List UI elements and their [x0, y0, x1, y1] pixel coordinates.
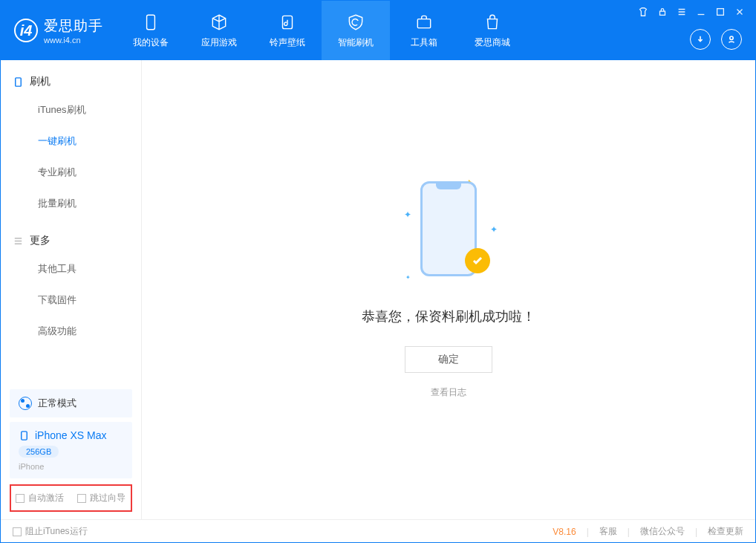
svg-rect-2	[417, 19, 430, 27]
phone-icon	[19, 430, 30, 441]
nav-my-device[interactable]: 我的设备	[117, 1, 185, 60]
app-logo: i4 爱思助手 www.i4.cn	[1, 1, 117, 60]
link-wechat[interactable]: 微信公众号	[640, 525, 685, 538]
nav-label: 我的设备	[133, 36, 169, 49]
sparkle-icon: ✦	[405, 274, 411, 281]
main-content: ✦ ✦ ✦ ✦ 恭喜您，保资料刷机成功啦！ 确定 查看日志	[142, 60, 755, 519]
checkbox-label: 阻止iTunes运行	[25, 525, 88, 538]
device-icon	[13, 77, 24, 88]
flash-options-row: 自动激活 跳过向导	[10, 484, 132, 512]
group-title-label: 更多	[30, 234, 50, 247]
nav-apps-games[interactable]: 应用游戏	[185, 1, 253, 60]
nav-smart-flash[interactable]: 智能刷机	[322, 1, 390, 60]
success-message: 恭喜您，保资料刷机成功啦！	[362, 308, 535, 325]
svg-rect-7	[22, 431, 27, 439]
app-name: 爱思助手	[44, 16, 103, 36]
nav-ringtones-wallpapers[interactable]: 铃声壁纸	[253, 1, 322, 60]
checkbox-icon	[77, 494, 86, 503]
logo-icon: i4	[14, 19, 38, 42]
sidebar-group-flash: 刷机	[1, 69, 141, 94]
music-file-icon	[278, 13, 297, 32]
sidebar-item-pro-flash[interactable]: 专业刷机	[1, 157, 141, 188]
cube-icon	[209, 13, 229, 32]
sidebar-item-batch-flash[interactable]: 批量刷机	[1, 188, 141, 219]
checkbox-icon	[13, 527, 22, 536]
sparkle-icon: ✦	[404, 209, 411, 220]
download-button[interactable]	[690, 29, 711, 50]
ok-button[interactable]: 确定	[405, 346, 492, 373]
sidebar-item-other-tools[interactable]: 其他工具	[1, 253, 141, 284]
svg-rect-3	[660, 11, 665, 15]
sidebar-item-advanced[interactable]: 高级功能	[1, 316, 141, 347]
tshirt-icon[interactable]	[638, 7, 648, 17]
device-name: iPhone XS Max	[35, 429, 107, 441]
sidebar: 刷机 iTunes刷机 一键刷机 专业刷机 批量刷机 更多 其他工具 下载固件 …	[1, 60, 142, 519]
status-bar: 阻止iTunes运行 V8.16 | 客服 | 微信公众号 | 检查更新	[1, 519, 755, 543]
sidebar-item-itunes-flash[interactable]: iTunes刷机	[1, 94, 141, 126]
nav-label: 应用游戏	[201, 36, 237, 49]
nav-label: 爱思商城	[475, 36, 510, 49]
checkbox-auto-activate[interactable]: 自动激活	[16, 492, 64, 504]
device-info-card[interactable]: iPhone XS Max 256GB iPhone	[10, 422, 132, 478]
briefcase-icon	[414, 13, 434, 32]
maximize-icon[interactable]	[715, 7, 726, 17]
svg-rect-0	[147, 15, 155, 30]
nav-label: 铃声壁纸	[270, 36, 305, 49]
nav-store[interactable]: 爱思商城	[458, 1, 527, 60]
main-nav: 我的设备 应用游戏 铃声壁纸 智能刷机 工具箱 爱思商城	[117, 1, 527, 60]
shopping-bag-icon	[483, 13, 502, 32]
checkmark-badge-icon	[465, 248, 490, 273]
app-url: www.i4.cn	[44, 36, 103, 45]
svg-rect-6	[16, 77, 22, 85]
checkbox-block-itunes[interactable]: 阻止iTunes运行	[13, 525, 88, 538]
svg-point-5	[730, 36, 733, 39]
device-type: iPhone	[19, 462, 123, 471]
checkbox-label: 自动激活	[28, 492, 64, 504]
svg-rect-4	[717, 9, 724, 16]
nav-label: 工具箱	[411, 36, 437, 49]
menu-icon[interactable]	[677, 7, 687, 17]
mode-icon	[19, 397, 32, 410]
device-mode-card[interactable]: 正常模式	[10, 389, 132, 417]
sparkle-icon: ✦	[490, 224, 498, 235]
nav-label: 智能刷机	[338, 36, 374, 49]
link-customer-service[interactable]: 客服	[599, 525, 617, 538]
version-label: V8.16	[553, 527, 576, 537]
checkbox-icon	[16, 494, 25, 503]
link-check-update[interactable]: 检查更新	[708, 525, 743, 538]
title-bar: i4 爱思助手 www.i4.cn 我的设备 应用游戏 铃声壁纸 智能刷机 工具…	[1, 1, 755, 60]
phone-icon	[141, 13, 160, 32]
lock-icon[interactable]	[657, 7, 668, 17]
mode-label: 正常模式	[38, 397, 76, 410]
user-button[interactable]	[721, 29, 742, 50]
success-illustration: ✦ ✦ ✦ ✦	[404, 181, 493, 285]
minimize-icon[interactable]	[696, 7, 706, 17]
close-icon[interactable]	[734, 7, 745, 17]
sidebar-item-download-firmware[interactable]: 下载固件	[1, 284, 141, 316]
checkbox-skip-guide[interactable]: 跳过向导	[77, 492, 126, 504]
window-controls	[638, 7, 745, 17]
list-icon	[13, 235, 24, 247]
group-title-label: 刷机	[30, 75, 50, 88]
sidebar-item-oneclick-flash[interactable]: 一键刷机	[1, 126, 141, 157]
device-capacity: 256GB	[19, 446, 59, 458]
sidebar-group-more: 更多	[1, 228, 141, 253]
shield-refresh-icon	[346, 13, 365, 32]
checkbox-label: 跳过向导	[90, 492, 126, 504]
view-log-link[interactable]: 查看日志	[431, 386, 466, 399]
nav-toolbox[interactable]: 工具箱	[390, 1, 458, 60]
